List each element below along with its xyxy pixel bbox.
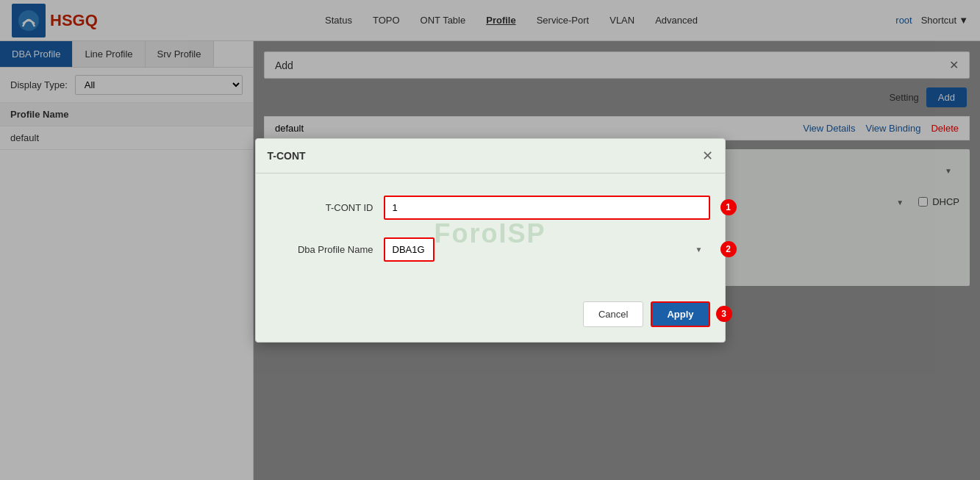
modal-header: T-CONT ✕ — [256, 139, 725, 173]
modal-overlay: T-CONT ✕ ForoISP T-CONT ID 1 Dba Profile… — [0, 0, 980, 480]
modal-close-button[interactable]: ✕ — [702, 148, 713, 164]
dba-select-wrapper: DBA1G — [384, 237, 710, 262]
step-badge-2: 2 — [720, 241, 737, 257]
tcont-modal: T-CONT ✕ ForoISP T-CONT ID 1 Dba Profile… — [255, 138, 726, 343]
step-badge-3: 3 — [716, 306, 732, 322]
dba-profile-select[interactable]: DBA1G — [384, 237, 434, 262]
cancel-button[interactable]: Cancel — [583, 301, 643, 327]
tcont-id-input[interactable] — [384, 196, 710, 220]
apply-button[interactable]: Apply — [651, 301, 709, 327]
modal-title: T-CONT — [268, 150, 306, 162]
tcont-id-row: T-CONT ID 1 — [271, 196, 710, 220]
modal-footer: Cancel Apply 3 — [256, 294, 725, 342]
step-badge-1: 1 — [720, 199, 737, 215]
dba-profile-label: Dba Profile Name — [271, 244, 373, 255]
tcont-id-label: T-CONT ID — [271, 202, 373, 213]
modal-body: ForoISP T-CONT ID 1 Dba Profile Name DBA… — [256, 173, 725, 294]
dba-profile-row: Dba Profile Name DBA1G 2 — [271, 237, 710, 262]
